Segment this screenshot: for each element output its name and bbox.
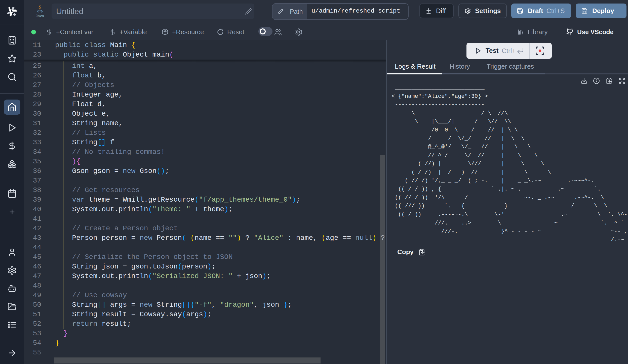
svg-text:Java: Java bbox=[36, 14, 44, 18]
